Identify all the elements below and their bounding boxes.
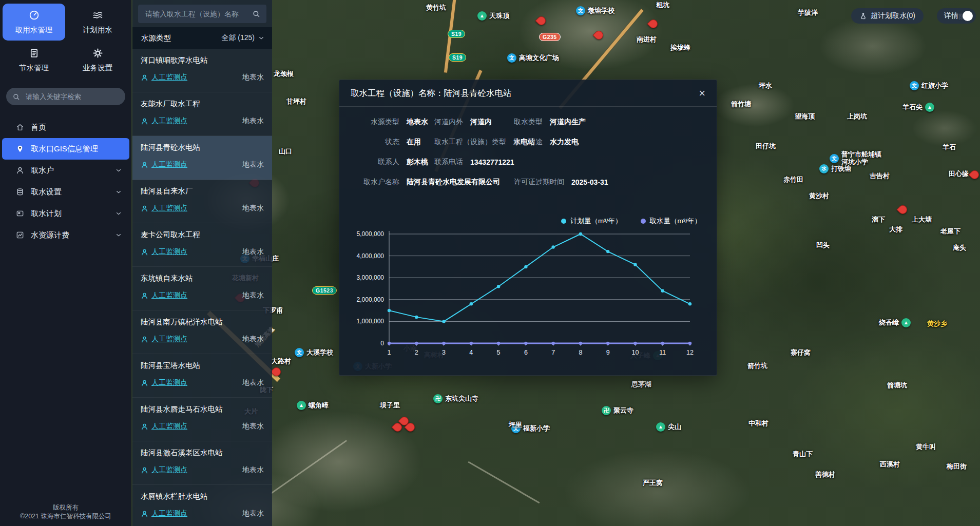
search-icon[interactable]	[252, 10, 260, 18]
station-list-item[interactable]: 陆河县宝塔水电站 人工监测点 地表水	[132, 354, 272, 398]
sidebar: 取用水管理 计划用水 节水管理 业务设置 首页 取水口GIS信息管理 取水户 取…	[0, 0, 131, 526]
module-0[interactable]: 取用水管理	[3, 4, 65, 41]
monitor-type[interactable]: 人工监测点	[141, 335, 187, 344]
monitor-type[interactable]: 人工监测点	[141, 378, 187, 387]
station-list-item[interactable]: 水唇镇水栏肚水电站 人工监测点 地表水	[132, 485, 272, 526]
svg-text:1,000,000: 1,000,000	[357, 318, 385, 325]
station-list-item[interactable]: 陆河县南万镇杞洋水电站 人工监测点 地表水	[132, 310, 272, 354]
monitor-type[interactable]: 人工监测点	[141, 422, 187, 431]
station-name: 陆河县水唇走马石水电站	[141, 404, 264, 414]
map-place-label: 箭竹坑	[747, 362, 767, 370]
detail-toggle[interactable]: 详情	[937, 8, 976, 24]
map-place-label: 吉告村	[870, 172, 890, 180]
module-2[interactable]: 节水管理	[3, 42, 65, 79]
keyword-search-input[interactable]	[25, 92, 119, 101]
menu-item-3[interactable]: 取水设置	[2, 181, 129, 203]
station-list-item[interactable]: 陆河县自来水厂 人工监测点 地表水	[132, 180, 272, 223]
monitor-type[interactable]: 人工监测点	[141, 204, 187, 213]
school-poi-icon[interactable]: 文	[910, 81, 919, 90]
map-place-label: 文红旗小学	[910, 81, 948, 90]
station-list-item[interactable]: 河口镇唱歌潭水电站 人工监测点 地表水	[132, 49, 272, 92]
station-list-item[interactable]: 麦卡公司取水工程 人工监测点 地表水	[132, 223, 272, 267]
map-place-label: 凹头	[816, 242, 830, 249]
keyword-search[interactable]	[6, 88, 125, 105]
field-value: 2025-03-31	[571, 178, 608, 186]
map-place-label: 羊石尖▲	[902, 103, 934, 112]
mountain-poi-icon[interactable]: ▲	[477, 11, 487, 21]
monitor-type[interactable]: 人工监测点	[141, 116, 187, 126]
legend-item[interactable]: 计划量（m³/年）	[561, 217, 622, 226]
person-icon	[141, 205, 148, 212]
station-list-item[interactable]: 陆河县激石溪老区水电站 人工监测点 地表水	[132, 441, 272, 485]
menu-item-4[interactable]: 取水计划	[2, 203, 129, 224]
temple-poi-icon[interactable]: 卍	[602, 406, 611, 415]
menu-item-label: 取水设置	[31, 187, 62, 197]
map-place-label: 山口	[279, 148, 292, 155]
school-poi-icon[interactable]: 文	[295, 348, 304, 357]
module-label: 节水管理	[19, 63, 49, 73]
monitor-type[interactable]: 人工监测点	[141, 465, 187, 475]
legend-item[interactable]: 取水量（m³/年）	[641, 217, 702, 226]
red-pin-marker-icon[interactable]	[592, 29, 605, 41]
svg-text:2,000,000: 2,000,000	[357, 296, 385, 303]
field-value: 地表水	[407, 118, 428, 127]
module-3[interactable]: 业务设置	[66, 42, 129, 79]
mountain-poi-icon[interactable]: ▲	[925, 103, 934, 112]
red-pin-marker-icon[interactable]	[647, 17, 659, 30]
db-icon	[16, 188, 24, 196]
close-icon[interactable]: ×	[699, 88, 705, 99]
station-search[interactable]	[138, 5, 266, 23]
mountain-poi-icon[interactable]: ▲	[297, 401, 306, 410]
module-1[interactable]: 计划用水	[66, 4, 129, 41]
svg-text:2: 2	[415, 349, 418, 356]
usage-chart: 01,000,0002,000,0003,000,0004,000,0005,0…	[344, 227, 712, 376]
map-place-label: 箭竹塘	[731, 101, 751, 108]
monitor-type[interactable]: 人工监测点	[141, 160, 187, 169]
menu-item-label: 首页	[31, 123, 46, 132]
station-list-item[interactable]: 友能水厂取水工程 人工监测点 地表水	[132, 92, 272, 136]
monitor-type[interactable]: 人工监测点	[141, 247, 187, 257]
svg-text:1: 1	[388, 349, 391, 356]
field-label: 许可证过期时间	[514, 178, 564, 187]
station-name: 陆河县青砼水电站	[141, 143, 264, 152]
mountain-poi-icon[interactable]: ▲	[656, 422, 665, 432]
field-value: 在用	[407, 138, 421, 147]
menu-item-2[interactable]: 取水户	[2, 160, 129, 181]
station-list-item[interactable]: 陆河县青砼水电站 人工监测点 地表水	[132, 136, 272, 180]
station-list-item[interactable]: 东坑镇自来水站 人工监测点 地表水	[132, 267, 272, 310]
temple-poi-icon[interactable]: 卍	[433, 394, 443, 403]
overplan-button[interactable]: 超计划取水(0)	[851, 8, 924, 24]
filter-value[interactable]: 全部 (125)	[221, 33, 265, 43]
detail-row: 取水户名称 陆河县青砼水电发展有限公司许可证过期时间 2025-03-31	[339, 172, 717, 192]
source-type-filter[interactable]: 水源类型 全部 (125)	[132, 27, 272, 49]
menu-item-0[interactable]: 首页	[2, 116, 129, 138]
chevron-down-icon	[115, 167, 122, 174]
road-badge: S19	[448, 30, 465, 38]
mountain-poi-icon[interactable]: ▲	[901, 318, 911, 327]
map-place-label: 芋陂洋	[798, 9, 818, 17]
menu-item-1[interactable]: 取水口GIS信息管理	[2, 138, 129, 160]
menu-item-5[interactable]: 水资源计费	[2, 224, 129, 246]
red-pin-marker-icon[interactable]	[896, 203, 909, 216]
red-pin-marker-icon[interactable]	[535, 14, 547, 27]
water-source-type: 地表水	[242, 73, 264, 82]
school-poi-icon[interactable]: 文	[507, 53, 516, 63]
school-poi-icon[interactable]: 文	[830, 154, 839, 163]
monitor-type[interactable]: 人工监测点	[141, 509, 187, 518]
water-poi-icon[interactable]: 水	[819, 164, 829, 173]
red-pin-marker-icon[interactable]	[968, 168, 980, 181]
water-source-type: 地表水	[242, 509, 264, 518]
school-poi-icon[interactable]: 文	[576, 6, 585, 15]
station-search-input[interactable]	[144, 9, 248, 18]
monitor-type[interactable]: 人工监测点	[141, 73, 187, 82]
map-place-label: 坪水	[759, 82, 772, 90]
svg-text:6: 6	[524, 349, 528, 356]
map-place-label: 青山下	[793, 451, 813, 458]
person-icon	[141, 510, 148, 518]
toggle-knob[interactable]	[963, 11, 973, 21]
station-list-item[interactable]: 陆河县水唇走马石水电站 人工监测点 地表水	[132, 398, 272, 441]
map-place-label: 赤竹田	[783, 176, 803, 184]
map-place-label: 黄沙乡	[927, 320, 947, 328]
map-place-label: 南进村	[637, 36, 657, 44]
monitor-type[interactable]: 人工监测点	[141, 291, 187, 300]
